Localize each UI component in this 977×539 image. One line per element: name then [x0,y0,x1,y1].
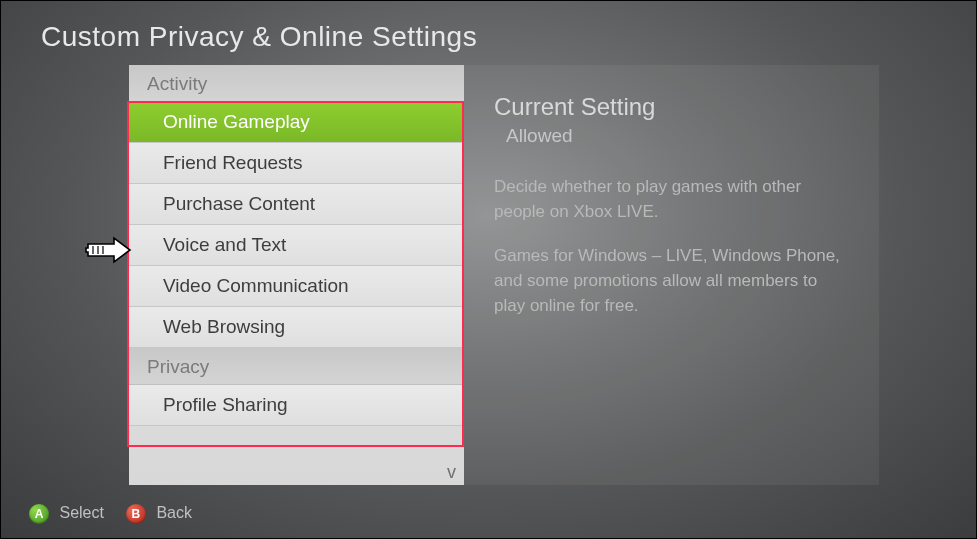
hint-back-label: Back [156,504,192,521]
panels-container: Activity Online Gameplay Friend Requests… [129,65,879,485]
settings-screen: Custom Privacy & Online Settings Activit… [0,0,977,539]
b-button-icon: B [126,504,146,524]
item-profile-sharing[interactable]: Profile Sharing [129,385,464,426]
section-header-privacy: Privacy [129,348,464,385]
footer-hints: A Select B Back [29,504,192,524]
settings-list-panel: Activity Online Gameplay Friend Requests… [129,65,464,485]
section-header-activity: Activity [129,65,464,102]
current-setting-title: Current Setting [494,93,851,121]
item-voice-and-text[interactable]: Voice and Text [129,225,464,266]
pointer-hand-icon [84,230,132,270]
current-setting-desc-2: Games for Windows – LIVE, Windows Phone,… [494,244,851,318]
hint-select-label: Select [59,504,103,521]
current-setting-desc-1: Decide whether to play games with other … [494,175,851,224]
page-title: Custom Privacy & Online Settings [41,21,477,53]
current-setting-value: Allowed [506,125,851,147]
scroll-down-icon[interactable]: v [447,462,456,483]
a-button-icon: A [29,504,49,524]
item-web-browsing[interactable]: Web Browsing [129,307,464,348]
detail-panel: Current Setting Allowed Decide whether t… [464,65,879,485]
hint-back: B Back [126,504,192,524]
hint-select: A Select [29,504,104,524]
item-video-communication[interactable]: Video Communication [129,266,464,307]
item-purchase-content[interactable]: Purchase Content [129,184,464,225]
item-online-gameplay[interactable]: Online Gameplay [129,102,464,143]
item-friend-requests[interactable]: Friend Requests [129,143,464,184]
